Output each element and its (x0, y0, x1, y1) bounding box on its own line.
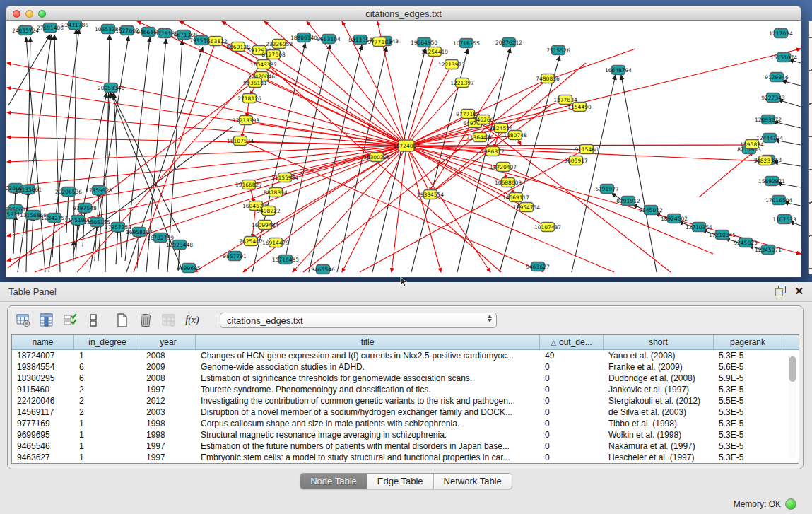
graph-node[interactable]: 10718155 (453, 39, 480, 48)
graph-node[interactable]: 7480836 (536, 74, 560, 83)
graph-node[interactable]: 16914479 (262, 238, 289, 247)
graph-node[interactable]: 18806140 (290, 33, 317, 42)
table-cell[interactable]: 18724007 (12, 350, 74, 361)
table-cell[interactable]: 9777169 (12, 418, 74, 429)
table-cell[interactable]: 5.3E-5 (714, 429, 782, 440)
citation-edge-red[interactable] (240, 140, 543, 272)
graph-node[interactable]: 1217034 (769, 29, 793, 38)
citation-edge-red[interactable] (249, 99, 406, 146)
table-cell[interactable]: 0 (540, 395, 604, 407)
table-cell[interactable]: 9465546 (12, 440, 74, 452)
float-panel-icon[interactable] (775, 286, 786, 296)
table-row[interactable]: 1456911722003Disruption of a novel membe… (12, 407, 799, 418)
graph-node[interactable]: 9857791 (223, 252, 247, 261)
table-cell[interactable]: Nakamura et al. (1997) (604, 440, 714, 452)
table-cell[interactable]: Genome-wide association studies in ADHD. (196, 361, 540, 373)
graph-node[interactable]: 8127508 (261, 50, 286, 59)
table-cell[interactable]: 9699695 (12, 429, 74, 440)
graph-node[interactable]: 9498222 (257, 206, 281, 216)
table-cell[interactable]: 1997 (141, 384, 196, 395)
table-cell[interactable]: 19384554 (12, 361, 74, 373)
citation-edge-black[interactable] (18, 35, 52, 272)
graph-node[interactable]: 3915931 (6, 210, 20, 219)
table-cell[interactable]: 1 (74, 452, 141, 463)
table-cell[interactable]: 2 (74, 384, 141, 395)
citation-edge-red[interactable] (7, 88, 406, 146)
graph-node[interactable]: 10107437 (534, 223, 561, 232)
table-cell[interactable]: 2009 (141, 361, 196, 373)
graph-node[interactable]: 9605917 (564, 156, 588, 165)
table-cell[interactable]: Franke et al. (2009) (604, 361, 714, 373)
graph-node[interactable]: 19664950 (411, 38, 437, 47)
citation-edge-black[interactable] (52, 218, 54, 257)
table-cell[interactable]: Hescheler et al. (1997) (604, 452, 714, 463)
table-cell[interactable]: 5.5E-5 (714, 395, 782, 407)
table-cell[interactable]: 1 (74, 440, 141, 452)
table-cell[interactable]: 5.6E-5 (714, 361, 782, 373)
citation-edge-red[interactable] (264, 62, 501, 272)
table-cell[interactable]: 2012 (141, 395, 196, 407)
network-window[interactable]: citations_edges.txt 24055724276914062243… (6, 6, 801, 277)
graph-node[interactable]: 27691406 (37, 23, 64, 33)
graph-node[interactable]: 1221397 (450, 78, 474, 88)
citation-edge-red[interactable] (406, 146, 441, 272)
citation-edge-red[interactable] (406, 146, 548, 228)
graph-node[interactable]: 9115460 (575, 145, 599, 154)
citation-edge-red[interactable] (360, 148, 587, 272)
graph-node[interactable]: 15716485 (272, 255, 299, 264)
graph-node[interactable]: 9245023 (734, 238, 758, 247)
column-header-pagerank[interactable]: pagerank (714, 335, 782, 349)
graph-node[interactable]: 11254419 (421, 47, 448, 57)
table-row[interactable]: 2242004622012Investigating the contribut… (12, 395, 799, 407)
citation-edge-red[interactable] (406, 65, 452, 146)
citation-edge-red[interactable] (7, 146, 406, 261)
table-row[interactable]: 946362711997Embryonic stem cells: a mode… (12, 452, 799, 463)
citation-edge-red[interactable] (285, 146, 406, 178)
citation-edge-black[interactable] (76, 221, 78, 259)
table-cell[interactable]: 0 (540, 429, 604, 440)
table-cell[interactable]: 22420046 (12, 395, 74, 407)
table-cell[interactable]: 1 (74, 418, 141, 429)
table-cell[interactable]: Yano et al. (2008) (604, 350, 714, 361)
table-cell[interactable]: 6 (74, 373, 141, 384)
memory-status-indicator[interactable] (785, 498, 796, 510)
graph-node[interactable]: 9699695 (177, 264, 201, 273)
tab-edge-table[interactable]: Edge Table (367, 474, 434, 489)
table-cell[interactable]: 2 (74, 395, 141, 407)
citation-edge-black[interactable] (73, 93, 107, 254)
graph-node[interactable]: 12345071 (755, 245, 782, 255)
table-cell[interactable]: 1997 (141, 452, 196, 463)
table-cell[interactable]: 5.3E-5 (714, 418, 782, 429)
graph-node[interactable]: 9465546 (311, 265, 335, 274)
network-table-selector[interactable]: citations_edges.txt (220, 313, 497, 328)
citation-edge-black[interactable] (54, 35, 60, 272)
function-builder-icon[interactable]: f(x) (184, 312, 201, 329)
table-cell[interactable]: 5.3E-5 (714, 407, 782, 418)
table-row[interactable]: 977716911998Corpus callosum shape and si… (12, 418, 799, 429)
table-cell[interactable]: Corpus callosum shape and size in male p… (196, 418, 540, 429)
table-row[interactable]: 1938455462009Genome-wide association stu… (12, 361, 799, 373)
graph-node[interactable]: 17210345 (709, 230, 736, 240)
graph-node[interactable]: 8878334 (264, 188, 288, 197)
table-cell[interactable]: 0 (540, 373, 604, 384)
table-cell[interactable]: Tourette syndrome. Phenomenology and cla… (196, 384, 540, 395)
table-cell[interactable]: 5.3E-5 (714, 452, 782, 463)
table-cell[interactable]: 2 (74, 407, 141, 418)
graph-node[interactable]: 7515526 (546, 46, 570, 55)
graph-node[interactable]: 9129946 (765, 73, 789, 82)
table-cell[interactable]: 0 (540, 361, 604, 373)
column-header-year[interactable]: year (141, 335, 196, 349)
table-cell[interactable]: 1 (74, 429, 141, 440)
table-row[interactable]: 1872400712008Changes of HCN gene express… (12, 350, 799, 361)
graph-node[interactable]: 1527602 (115, 26, 139, 35)
table-cell[interactable]: 2008 (141, 373, 196, 384)
graph-node[interactable]: 6791977 (595, 185, 619, 194)
table-cell[interactable]: 1998 (141, 429, 196, 440)
table-cell[interactable]: Dudbridge et al. (2008) (604, 373, 714, 384)
graph-node[interactable]: 17359928 (86, 186, 112, 195)
citation-edge-black[interactable] (83, 209, 85, 247)
graph-node[interactable]: 9936181 (243, 78, 267, 88)
citation-edge-black[interactable] (31, 216, 33, 254)
graph-node[interactable]: 20876212 (495, 38, 522, 47)
table-cell[interactable]: 9463627 (12, 452, 74, 463)
